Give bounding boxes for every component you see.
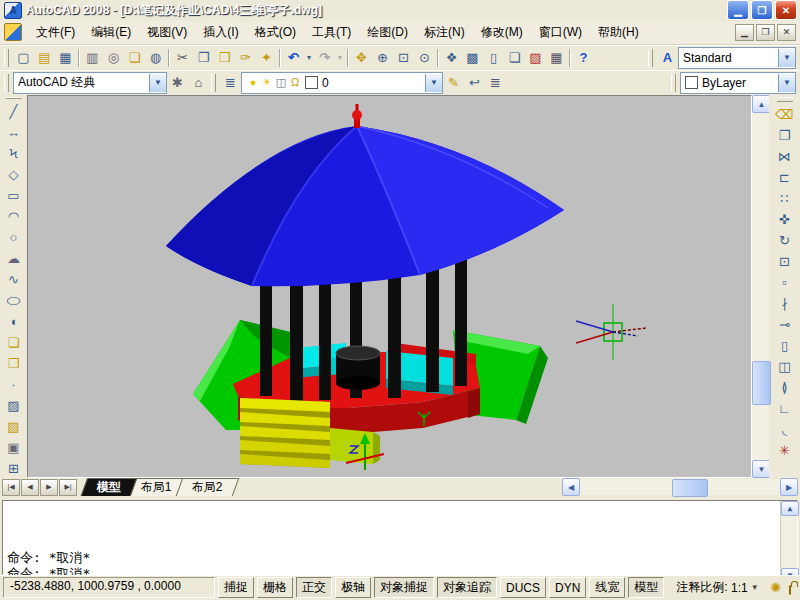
hscroll-track[interactable]	[580, 479, 780, 495]
menu-file[interactable]: 文件(F)	[28, 21, 83, 44]
menu-modify[interactable]: 修改(M)	[473, 21, 531, 44]
menu-help[interactable]: 帮助(H)	[590, 21, 647, 44]
insert-block-icon[interactable]: ❏	[3, 332, 24, 353]
polyline-icon[interactable]: Ϟ	[3, 143, 24, 164]
toggle-ortho[interactable]: 正交	[296, 577, 332, 598]
toggle-polar[interactable]: 极轴	[335, 577, 371, 598]
toggle-otrack[interactable]: 对象追踪	[437, 577, 497, 598]
rectangle-icon[interactable]: ▭	[3, 185, 24, 206]
close-button[interactable]: ✕	[775, 0, 797, 20]
zoom-realtime-icon[interactable]: ⊕	[372, 48, 393, 68]
vscroll-track[interactable]	[752, 113, 769, 460]
toolbar-grip[interactable]	[4, 49, 9, 67]
toolbar-lock-icon[interactable]	[789, 585, 791, 595]
menu-draw[interactable]: 绘图(D)	[359, 21, 416, 44]
mirror-icon[interactable]: ⋈	[774, 146, 795, 167]
toolbar-grip[interactable]	[777, 97, 793, 102]
toggle-osnap[interactable]: 对象捕捉	[374, 577, 434, 598]
mdi-minimize-icon[interactable]: ▁	[735, 24, 754, 41]
designcenter-icon[interactable]: ▩	[462, 48, 483, 68]
mdi-restore-icon[interactable]: ❐	[756, 24, 775, 41]
toggle-grid[interactable]: 栅格	[257, 577, 293, 598]
layer-lock-icon[interactable]: Ω	[288, 76, 302, 89]
scroll-right-icon[interactable]: ▶	[780, 478, 798, 496]
construction-line-icon[interactable]: ↔	[3, 122, 24, 143]
make-layer-current-icon[interactable]: ✎	[443, 73, 464, 93]
toggle-ducs[interactable]: DUCS	[500, 577, 546, 598]
tab-layout2[interactable]: 布局2	[175, 478, 238, 496]
web-icon[interactable]: ◍	[145, 48, 166, 68]
zoom-window-icon[interactable]: ⊡	[393, 48, 414, 68]
join-icon[interactable]: ≬	[774, 377, 795, 398]
hatch-icon[interactable]: ▨	[3, 395, 24, 416]
point-icon[interactable]: ∙	[3, 374, 24, 395]
annotation-visibility-icon[interactable]: ✺	[767, 580, 785, 595]
vscroll-thumb[interactable]	[752, 361, 771, 405]
layer-on-icon[interactable]: ●	[246, 76, 260, 89]
redo-icon[interactable]: ↷	[314, 48, 335, 68]
scroll-left-icon[interactable]: ◀	[562, 478, 580, 496]
array-icon[interactable]: ∷	[774, 188, 795, 209]
redo-dropdown-icon[interactable]: ▾	[335, 48, 345, 68]
text-style-combo[interactable]: Standard ▼	[678, 47, 796, 69]
color-combo[interactable]: ByLayer ▼	[680, 72, 796, 94]
circle-icon[interactable]: ○	[3, 227, 24, 248]
menu-window[interactable]: 窗口(W)	[531, 21, 590, 44]
tab-model[interactable]: 模型	[81, 478, 138, 496]
sheet-set-manager-icon[interactable]: ❏	[504, 48, 525, 68]
workspace-settings-icon[interactable]: ✱	[167, 73, 188, 93]
spline-icon[interactable]: ∿	[3, 269, 24, 290]
coordinate-readout[interactable]: -5238.4880, 1000.9759 , 0.0000	[3, 577, 215, 598]
explode-icon[interactable]: ✳	[774, 440, 795, 461]
new-icon[interactable]: ▢	[13, 48, 34, 68]
menu-edit[interactable]: 编辑(E)	[83, 21, 139, 44]
chevron-down-icon[interactable]: ▼	[425, 74, 442, 92]
toolbar-grip[interactable]	[6, 97, 22, 99]
publish-icon[interactable]: ❏	[124, 48, 145, 68]
break-at-point-icon[interactable]: ▯	[774, 335, 795, 356]
toolbar-grip[interactable]	[648, 49, 653, 67]
undo-dropdown-icon[interactable]: ▾	[304, 48, 314, 68]
block-editor-icon[interactable]: ✦	[256, 48, 277, 68]
tab-nav-last[interactable]: ▶|	[59, 479, 77, 496]
menu-dimension[interactable]: 标注(N)	[416, 21, 473, 44]
tab-nav-next[interactable]: ▶	[40, 479, 58, 496]
mdi-close-icon[interactable]: ✕	[777, 24, 796, 41]
layer-freeze-icon[interactable]: ☀	[260, 76, 274, 89]
chamfer-icon[interactable]: ∟	[774, 398, 795, 419]
stretch-icon[interactable]: ▫	[774, 272, 795, 293]
tab-nav-prev[interactable]: ◀	[21, 479, 39, 496]
minimize-button[interactable]: ▁	[727, 0, 749, 20]
menu-view[interactable]: 视图(V)	[139, 21, 195, 44]
trim-icon[interactable]: ∤	[774, 293, 795, 314]
layer-properties-icon[interactable]: ≣	[220, 73, 241, 93]
cut-icon[interactable]: ✂	[172, 48, 193, 68]
chevron-down-icon[interactable]: ▼	[778, 74, 795, 92]
zoom-previous-icon[interactable]: ⊙	[414, 48, 435, 68]
layer-plot-icon[interactable]: ◫	[274, 76, 288, 89]
workspace-combo[interactable]: AutoCAD 经典 ▼	[13, 72, 167, 94]
markup-set-manager-icon[interactable]: ▨	[525, 48, 546, 68]
arc-icon[interactable]: ◠	[3, 206, 24, 227]
save-icon[interactable]: ▦	[55, 48, 76, 68]
menu-tools[interactable]: 工具(T)	[304, 21, 359, 44]
move-icon[interactable]: ✜	[774, 209, 795, 230]
tool-palettes-icon[interactable]: ▯	[483, 48, 504, 68]
polygon-icon[interactable]: ◇	[3, 164, 24, 185]
gradient-icon[interactable]: ▧	[3, 416, 24, 437]
drawing-viewport[interactable]	[27, 95, 752, 478]
chevron-down-icon[interactable]: ▼	[778, 49, 795, 67]
restore-button[interactable]: ❐	[751, 0, 773, 20]
layer-previous-icon[interactable]: ↩	[464, 73, 485, 93]
layer-states-icon[interactable]: ≣	[485, 73, 506, 93]
menu-insert[interactable]: 插入(I)	[195, 21, 246, 44]
paste-icon[interactable]: ❒	[214, 48, 235, 68]
line-icon[interactable]: ╱	[3, 101, 24, 122]
scroll-up-icon[interactable]: ▲	[781, 501, 799, 516]
ellipse-icon[interactable]: ◯	[3, 294, 24, 307]
revcloud-icon[interactable]: ☁	[3, 248, 24, 269]
chevron-down-icon[interactable]: ▼	[149, 74, 166, 92]
layer-combo[interactable]: ●☀◫Ω 0 ▼	[241, 72, 443, 94]
hscroll-thumb[interactable]	[672, 479, 708, 497]
my-workspace-icon[interactable]: ⌂	[188, 73, 209, 93]
